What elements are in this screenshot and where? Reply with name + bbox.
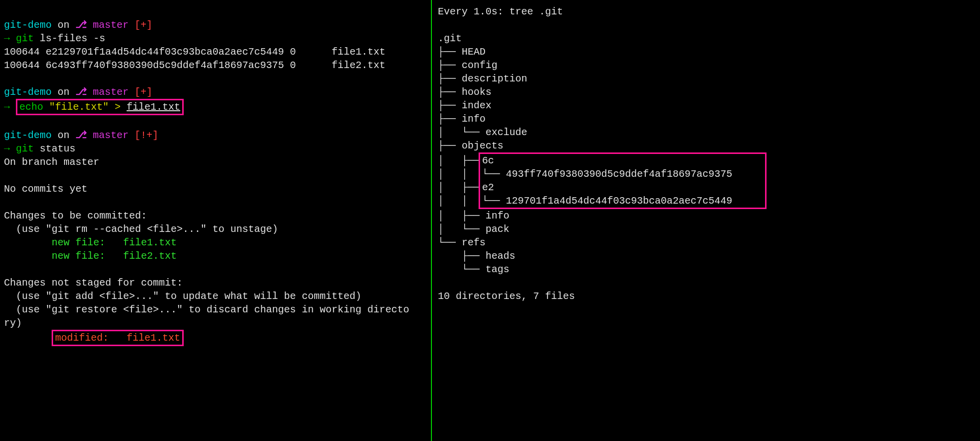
blank-line — [4, 115, 427, 129]
tree-item-objects-info: │ ├── info — [438, 209, 974, 222]
command-line-2: → echo "file.txt" > file1.txt — [4, 99, 427, 115]
prompt-line-1: git-demo on ⎇ master [+] — [4, 18, 427, 32]
tree-item-config: ├── config — [438, 59, 974, 72]
status-changes-not-staged: Changes not staged for commit: — [4, 276, 427, 290]
tree-root: .git — [438, 32, 974, 45]
branch-status: [+] — [129, 19, 152, 31]
tree-item-6c: │ ├── 6c — [438, 152, 974, 167]
tree-item-info: ├── info — [438, 112, 974, 126]
tree-item-e2: │ ├── e2 — [438, 181, 974, 194]
prompt-dir: git-demo — [4, 86, 52, 98]
highlight-echo-command: echo "file.txt" > file1.txt — [16, 99, 184, 115]
cmd-mid: "file.txt" > — [43, 101, 127, 113]
ls-files-entry: 100644 e2129701f1a4d54dc44f03c93bca0a2ae… — [4, 46, 296, 58]
prompt-arrow: → — [4, 101, 16, 113]
branch-name: master — [87, 130, 129, 141]
cmd-git: git — [16, 33, 34, 44]
status-no-commits: No commits yet — [4, 182, 427, 196]
cmd-echo: echo — [19, 101, 43, 113]
tree-item-description: ├── description — [438, 72, 974, 85]
tree-item-hooks: ├── hooks — [438, 85, 974, 99]
blank-line — [4, 263, 427, 276]
tree-item-head: ├── HEAD — [438, 45, 974, 59]
tree-item-e2-hash: │ │ └── 129701f1a4d54dc44f03c93bca0a2aec… — [438, 194, 974, 209]
tree-item-objects: ├── objects — [438, 139, 974, 152]
prompt-dir: git-demo — [4, 130, 52, 141]
blank-line — [4, 72, 427, 85]
command-line-3: → git status — [4, 142, 427, 155]
branch-icon: ⎇ — [75, 86, 87, 98]
blank-line — [438, 18, 974, 32]
status-add-hint: (use "git add <file>..." to update what … — [4, 290, 427, 303]
status-changes-committed: Changes to be committed: — [4, 209, 427, 222]
command-line-1: → git ls-files -s — [4, 32, 427, 45]
ls-files-row: 100644 e2129701f1a4d54dc44f03c93bca0a2ae… — [4, 45, 427, 59]
ls-files-row: 100644 6c493ff740f9380390d5c9ddef4af1869… — [4, 59, 427, 72]
blank-line — [4, 5, 427, 18]
cmd-file: file1.txt — [127, 101, 180, 113]
prompt-line-2: git-demo on ⎇ master [+] — [4, 85, 427, 99]
tree-item-refs: └── refs — [438, 236, 974, 249]
blank-line — [438, 276, 974, 290]
status-restore-hint: (use "git restore <file>..." to discard … — [4, 303, 427, 316]
branch-status: [!+] — [129, 130, 158, 141]
highlight-objects-block: │ ├── 6c │ │ └── 493ff740f9380390d5c9dde… — [438, 152, 974, 209]
status-modified-line: modified: file1.txt — [4, 330, 427, 346]
terminal-right-pane[interactable]: Every 1.0s: tree .git .git ├── HEAD ├── … — [432, 0, 980, 441]
prompt-arrow: → — [4, 33, 16, 44]
prompt-on: on — [52, 19, 75, 31]
cmd-rest: ls-files -s — [34, 33, 105, 44]
blank-line — [4, 196, 427, 209]
status-unstage-hint: (use "git rm --cached <file>..." to unst… — [4, 222, 427, 236]
cmd-git: git — [16, 143, 34, 154]
status-restore-hint-cont: ry) — [4, 316, 427, 330]
blank-line — [4, 169, 427, 182]
terminal-left-pane[interactable]: git-demo on ⎇ master [+] → git ls-files … — [0, 0, 432, 441]
branch-name: master — [87, 19, 129, 31]
prompt-on: on — [52, 86, 75, 98]
branch-name: master — [87, 86, 129, 98]
tree-item-tags: └── tags — [438, 263, 974, 276]
ls-files-filename: file2.txt — [296, 60, 385, 71]
branch-status: [+] — [129, 86, 152, 98]
tree-item-6c-hash: │ │ └── 493ff740f9380390d5c9ddef4af18697… — [438, 167, 974, 181]
status-on-branch: On branch master — [4, 155, 427, 169]
branch-icon: ⎇ — [75, 130, 87, 141]
tree-item-exclude: │ └── exclude — [438, 126, 974, 139]
tree-item-index: ├── index — [438, 99, 974, 112]
status-new-file: new file: file2.txt — [4, 249, 427, 263]
prompt-arrow: → — [4, 143, 16, 154]
branch-icon: ⎇ — [75, 19, 87, 31]
prompt-line-3: git-demo on ⎇ master [!+] — [4, 129, 427, 142]
ls-files-filename: file1.txt — [296, 46, 385, 58]
cmd-rest: status — [34, 143, 75, 154]
watch-header: Every 1.0s: tree .git — [438, 5, 974, 18]
tree-item-heads: ├── heads — [438, 249, 974, 263]
prompt-on: on — [52, 130, 75, 141]
tree-summary: 10 directories, 7 files — [438, 290, 974, 303]
status-new-file: new file: file1.txt — [4, 236, 427, 249]
prompt-dir: git-demo — [4, 19, 52, 31]
ls-files-entry: 100644 6c493ff740f9380390d5c9ddef4af1869… — [4, 60, 296, 71]
tree-item-pack: │ └── pack — [438, 222, 974, 236]
highlight-modified: modified: file1.txt — [52, 330, 184, 346]
